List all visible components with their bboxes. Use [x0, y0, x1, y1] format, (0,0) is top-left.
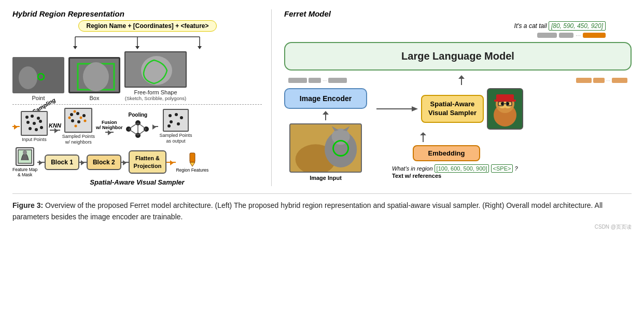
flatten-in-arrow: [121, 162, 129, 163]
svg-point-33: [84, 120, 87, 122]
query-text: What's in region: [392, 165, 435, 172]
svg-point-46: [170, 120, 173, 123]
ferret-avatar: [487, 88, 523, 130]
pencil-icon: [188, 152, 197, 166]
feature-map-icon: [16, 147, 34, 166]
encoder-up-arrow: [320, 111, 331, 121]
text-references: What's in region [100, 600, 500, 900] <S…: [392, 165, 518, 172]
svg-point-43: [169, 114, 172, 117]
svg-point-48: [167, 124, 171, 128]
pooling-out-arrow: [153, 126, 158, 127]
input-arrow: [12, 126, 20, 127]
svg-marker-54: [458, 75, 465, 79]
svg-point-21: [29, 127, 32, 130]
svg-point-60: [332, 129, 350, 145]
box-label: Box: [90, 95, 100, 101]
svg-marker-79: [420, 132, 426, 135]
bar-r3: [612, 78, 627, 83]
sampled-points-label: Sampled Pointsw/ neighbors: [62, 134, 95, 145]
spatial-sampler-box: Spatial-AwareVisual Sampler: [421, 95, 484, 123]
output-text-label: It's a cat tail: [514, 22, 547, 30]
embedding-box: Embedding: [413, 145, 480, 161]
svg-line-40: [138, 123, 146, 129]
svg-point-27: [71, 119, 74, 122]
image-encoder-box: Image Encoder: [284, 88, 367, 109]
caption-label: Figure 3:: [12, 201, 43, 209]
right-bar-group: ···: [576, 78, 627, 83]
svg-line-39: [129, 129, 138, 135]
input-points-cube: Sampling: [21, 111, 48, 142]
encoder-to-sampler-arrow: [376, 104, 418, 114]
svg-point-22: [35, 128, 38, 131]
dog-cat-image: [289, 123, 362, 173]
block2-in-arrow: [79, 162, 87, 163]
svg-marker-52: [190, 162, 195, 166]
point-label: Point: [32, 95, 45, 101]
svg-point-31: [80, 117, 82, 119]
dots-r: ···: [606, 78, 610, 83]
left-panel: Hybrid Region Representation Region Name…: [12, 9, 272, 186]
embedding-up-arrow: [418, 132, 428, 143]
bottom-row: Image Encoder: [284, 88, 632, 181]
svg-point-28: [77, 120, 80, 123]
input-points-cube-body: [21, 111, 48, 136]
region-out-arrow: [166, 162, 176, 163]
block-pipeline: Feature Map& Mask Block 1 Block 2 Flatte…: [12, 147, 262, 177]
output-dots: ···: [576, 32, 581, 39]
point-image: [12, 57, 64, 93]
svg-line-41: [138, 129, 146, 135]
svg-point-12: [83, 62, 109, 91]
fusion-arrow: [105, 132, 114, 133]
caption: Figure 3: Overview of the proposed Ferre…: [12, 200, 632, 222]
svg-marker-4: [73, 46, 77, 49]
sampled-points-cube-body: [64, 108, 92, 133]
shape-sublabel: (Sketch, Scribble, polygons): [125, 95, 186, 101]
question-mark: ?: [514, 165, 517, 172]
svg-rect-77: [494, 100, 516, 102]
input-points-label: Input Points: [22, 137, 47, 142]
point-image-box: Point: [12, 57, 64, 101]
pooling-graph: [123, 118, 152, 141]
box-image: [68, 57, 120, 93]
svg-line-38: [129, 123, 138, 129]
bar-l3: [328, 78, 347, 83]
bar-r1: [576, 78, 592, 83]
svg-marker-6: [198, 46, 202, 49]
svg-marker-56: [323, 111, 329, 115]
svg-point-45: [180, 116, 183, 119]
shape-image-box: Free-form Shape (Sketch, Scribble, polyg…: [124, 51, 187, 101]
svg-point-44: [175, 113, 178, 116]
images-row: Point Box: [12, 51, 262, 101]
main-container: Hybrid Region Representation Region Name…: [0, 0, 644, 237]
svg-point-25: [76, 112, 79, 115]
svg-rect-51: [190, 153, 195, 162]
up-arrow-center: [456, 75, 467, 86]
output-coords: [80, 590, 450, 920]: [549, 21, 606, 31]
bar-l1: [288, 78, 307, 83]
sampled-points-cube: Sampled Pointsw/ neighbors: [62, 108, 95, 145]
feature-map-label: Feature Map& Mask: [12, 167, 37, 177]
svg-point-16: [31, 115, 34, 118]
knn-arrow: [50, 130, 60, 131]
block2: Block 2: [87, 155, 121, 170]
svg-point-20: [39, 120, 42, 123]
svg-point-17: [37, 117, 40, 120]
left-bar-group: ···: [288, 78, 347, 83]
svg-point-23: [40, 126, 43, 129]
output-points-cube: Sampled Pointsas output: [159, 109, 192, 144]
flatten-block: Flatten &Projection: [129, 150, 167, 174]
svg-point-50: [23, 150, 27, 155]
top-section: Hybrid Region Representation Region Name…: [12, 9, 632, 194]
fusion-label: Fusionw/ Neighbor: [96, 120, 123, 130]
region-features-label: Region Features: [176, 167, 208, 173]
dots-l: ···: [323, 78, 327, 83]
ferret-title: Ferret Model: [284, 9, 632, 18]
bar-l2: [309, 78, 321, 83]
output-bar-3: [583, 33, 606, 38]
llm-box: Large Language Model: [284, 42, 632, 71]
svg-point-30: [68, 117, 71, 119]
bracket-connector: [49, 35, 226, 49]
sampling-area: Sampling: [12, 108, 262, 145]
svg-point-19: [33, 122, 36, 125]
svg-point-29: [74, 110, 76, 113]
